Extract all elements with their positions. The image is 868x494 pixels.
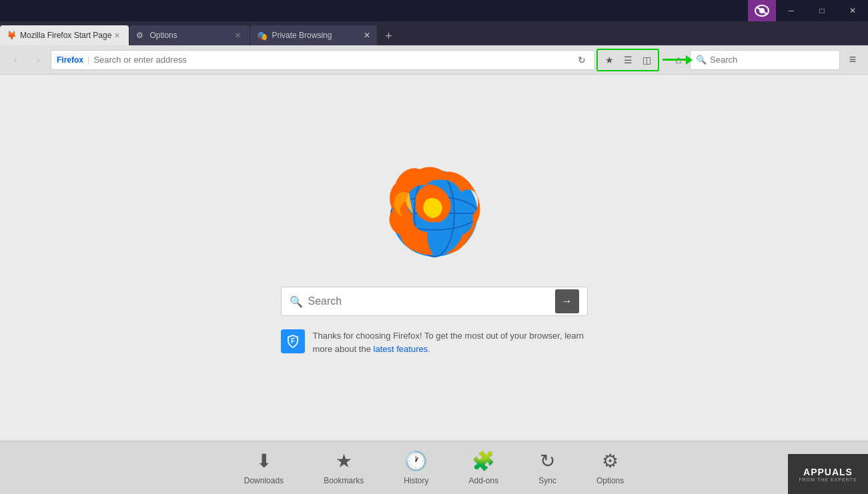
search-icon: 🔍 [696, 55, 707, 65]
reload-button[interactable]: ↻ [574, 53, 589, 67]
bottom-item-downloads[interactable]: ⬇ Downloads [244, 450, 284, 485]
private-mask-icon [748, 0, 776, 21]
bookmarks-icon-btn[interactable]: ★ [600, 51, 618, 69]
info-text: Thanks for choosing Firefox! To get the … [313, 329, 588, 355]
main-search-go-button[interactable]: → [555, 289, 579, 313]
info-icon: F [281, 329, 305, 353]
tab-favicon-start-page: 🦊 [7, 31, 16, 40]
home-button[interactable]: ⌂ [670, 51, 687, 69]
address-separator: | [87, 55, 89, 65]
maximize-button[interactable]: □ [807, 0, 837, 21]
main-search-container[interactable]: 🔍 → [281, 287, 588, 316]
tab-label-options: Options [149, 31, 177, 40]
search-input[interactable] [710, 55, 834, 65]
tab-label-private: Private Browsing [272, 31, 332, 40]
main-search-icon: 🔍 [290, 295, 303, 308]
tab-options[interactable]: ⚙ Options ✕ [129, 25, 250, 45]
bookmarks-icon: ★ [336, 450, 352, 472]
address-input[interactable] [93, 55, 570, 65]
main-search-input[interactable] [308, 295, 550, 307]
downloads-label: Downloads [244, 476, 284, 485]
tab-label-start-page: Mozilla Firefox Start Page [20, 31, 111, 40]
bottom-item-bookmarks[interactable]: ★ Bookmarks [324, 450, 364, 485]
bookmarks-label: Bookmarks [324, 476, 364, 485]
tab-private-browsing[interactable]: 🎭 Private Browsing ✕ [250, 25, 377, 45]
nav-bar: ‹ › Firefox | ↻ ★ ☰ ◫ ⌂ 🔍 ≡ [0, 45, 868, 75]
tab-start-page[interactable]: 🦊 Mozilla Firefox Start Page ✕ [0, 25, 129, 45]
tab-close-options[interactable]: ✕ [232, 30, 243, 41]
address-bar[interactable]: Firefox | ↻ [51, 50, 595, 70]
info-link[interactable]: latest features [374, 344, 428, 354]
addons-label: Add-ons [469, 476, 499, 485]
library-icon-btn[interactable]: ☰ [619, 51, 636, 69]
tab-favicon-options: ⚙ [136, 31, 145, 40]
bottom-item-history[interactable]: 🕐 History [404, 450, 428, 485]
options-icon: ⚙ [602, 450, 618, 472]
svg-text:F: F [290, 337, 294, 345]
info-box: F Thanks for choosing Firefox! To get th… [281, 329, 588, 355]
title-bar-controls: ─ □ ✕ [776, 0, 868, 21]
toolbar-highlight: ★ ☰ ◫ [598, 51, 658, 69]
history-icon: 🕐 [404, 450, 428, 472]
tab-close-start-page[interactable]: ✕ [111, 30, 122, 41]
bottom-toolbar: ⬇ Downloads ★ Bookmarks 🕐 History 🧩 Add-… [0, 441, 868, 494]
bottom-item-addons[interactable]: 🧩 Add-ons [469, 450, 499, 485]
downloads-icon: ⬇ [256, 450, 272, 472]
pocket-icon-btn[interactable]: ◫ [638, 51, 655, 69]
firefox-logo [381, 160, 488, 267]
search-bar[interactable]: 🔍 [690, 50, 840, 70]
new-tab-button[interactable]: + [379, 27, 398, 45]
title-bar: ─ □ ✕ [0, 0, 868, 21]
forward-button[interactable]: › [28, 50, 48, 70]
sync-icon: ↻ [540, 450, 555, 472]
options-label: Options [596, 476, 624, 485]
main-content: 🔍 → F Thanks for choosing Firefox! To ge… [0, 75, 868, 441]
tab-favicon-private: 🎭 [257, 31, 268, 41]
back-button[interactable]: ‹ [5, 50, 25, 70]
close-button[interactable]: ✕ [837, 0, 868, 21]
addons-icon: 🧩 [472, 450, 495, 472]
bottom-item-sync[interactable]: ↻ Sync [538, 450, 556, 485]
tab-close-private[interactable]: ✕ [364, 31, 370, 40]
info-main-text: Thanks for choosing Firefox! To get the … [313, 331, 584, 354]
sync-label: Sync [538, 476, 556, 485]
minimize-button[interactable]: ─ [776, 0, 807, 21]
tab-bar: 🦊 Mozilla Firefox Start Page ✕ ⚙ Options… [0, 21, 868, 45]
firefox-brand-label: Firefox [57, 55, 83, 65]
bottom-item-options[interactable]: ⚙ Options [596, 450, 624, 485]
menu-button[interactable]: ≡ [843, 50, 863, 70]
history-label: History [404, 476, 428, 485]
